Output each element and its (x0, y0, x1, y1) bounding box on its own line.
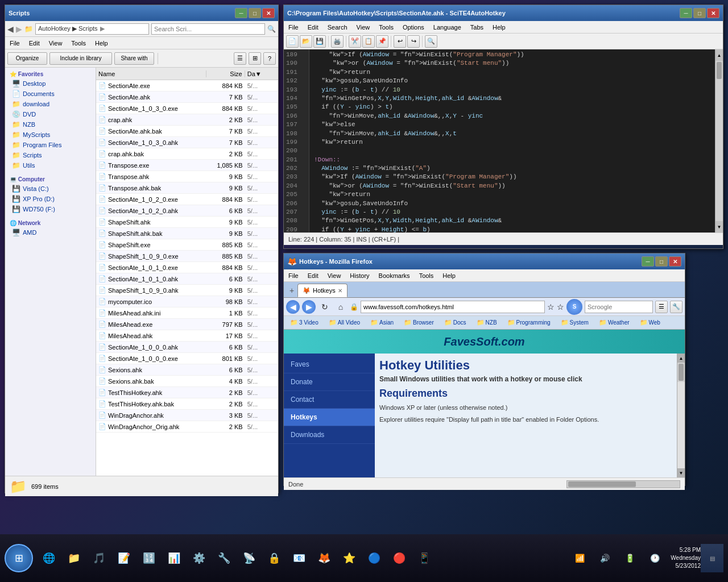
table-row[interactable]: 📄 crap.ahk.bak 2 KB 5/... (96, 148, 278, 160)
scite-copy[interactable]: 📋 (362, 35, 375, 48)
sidebar-item-amd[interactable]: 🖥️AMD (7, 227, 93, 238)
network-header[interactable]: 🌐 Network (7, 219, 93, 227)
search-input[interactable] (151, 23, 265, 35)
ff-menu-edit[interactable]: Edit (305, 271, 321, 280)
ff-menu-button[interactable]: ☰ (655, 301, 668, 313)
new-tab-button[interactable]: + (286, 284, 297, 297)
tray-volume-icon[interactable]: 🔊 (593, 547, 616, 569)
table-row[interactable]: 📄 SectionAte_1_0_3_0.ahk 7 KB 5/... (96, 137, 278, 148)
col-name[interactable]: Name (96, 70, 206, 77)
taskbar-icon-explorer[interactable]: 📁 (63, 547, 85, 569)
taskbar-icon-9[interactable]: 🦊 (313, 547, 336, 569)
table-row[interactable]: 📄 WinDragAnchor.ahk 3 KB 5/... (96, 410, 278, 421)
scite-menu-language[interactable]: Language (431, 23, 464, 32)
table-row[interactable]: 📄 TestThisHotkey.ahk 2 KB 5/... (96, 387, 278, 398)
sidebar-item-programfiles[interactable]: 📁Program Files (7, 140, 93, 150)
table-row[interactable]: 📄 Sexions.ahk 6 KB 5/... (96, 364, 278, 376)
scite-minimize-button[interactable]: ─ (680, 8, 692, 18)
scite-scrollbar-thumb[interactable] (717, 62, 722, 79)
menu-file[interactable]: File (7, 39, 22, 48)
view-details[interactable]: ⊞ (249, 52, 261, 65)
scite-menu-tabs[interactable]: Tabs (468, 23, 486, 32)
nav-downloads[interactable]: Downloads (284, 426, 375, 444)
menu-help[interactable]: Help (93, 39, 110, 48)
menu-view[interactable]: View (47, 39, 65, 48)
bookmark-nzb[interactable]: 📁 NZB (473, 317, 501, 328)
taskbar-icon-10[interactable]: ⭐ (338, 547, 361, 569)
table-row[interactable]: 📄 SectionAte_1_0_0_0.exe 801 KB 5/... (96, 353, 278, 364)
taskbar-icon-4[interactable]: ⚙️ (188, 547, 210, 569)
firefox-minimize-button[interactable]: ─ (642, 256, 654, 267)
url-input[interactable] (361, 301, 545, 313)
explorer-minimize-button[interactable]: ─ (235, 8, 247, 18)
scite-paste[interactable]: 📌 (376, 35, 388, 48)
sidebar-item-myscripts[interactable]: 📁MyScripts (7, 130, 93, 140)
table-row[interactable]: 📄 SectionAte_1_0_0_0.ahk 6 KB 5/... (96, 342, 278, 353)
table-row[interactable]: 📄 MilesAhead.exe 797 KB 5/... (96, 319, 278, 330)
bookmark-system[interactable]: 📁 System (557, 317, 593, 328)
table-row[interactable]: 📄 WinDragAnchor_Orig.ahk 2 KB 5/... (96, 421, 278, 433)
favorites-header[interactable]: ⭐ Favorites (7, 70, 93, 78)
nav-donate[interactable]: Donate (284, 373, 375, 391)
show-desktop-button[interactable]: ▤ (701, 544, 723, 572)
taskbar-time[interactable]: 5:28 PM Wednesday 5/23/2012 (671, 546, 701, 570)
scite-menu-search[interactable]: Search (325, 23, 350, 32)
taskbar-icon-13[interactable]: 📱 (413, 547, 436, 569)
bookmark-docs[interactable]: 📁 Docs (440, 317, 470, 328)
scite-maximize-button[interactable]: □ (693, 8, 706, 18)
tray-battery-icon[interactable]: 🔋 (618, 547, 641, 569)
scite-menu-options[interactable]: Options (400, 23, 427, 32)
table-row[interactable]: 📄 crap.ahk 2 KB 5/... (96, 114, 278, 126)
scite-cut[interactable]: ✂️ (349, 35, 361, 48)
explorer-nav-back[interactable]: ◀ (7, 24, 14, 34)
sidebar-item-utils[interactable]: 📁Utils (7, 160, 93, 171)
tab-hotkeys[interactable]: 🦊 Hotkeys ✕ (297, 284, 348, 297)
table-row[interactable]: 📄 mycomputer.ico 98 KB 5/... (96, 296, 278, 307)
sidebar-item-vista[interactable]: 💾Vista (C:) (7, 184, 93, 194)
star2-icon[interactable]: ☆ (557, 302, 564, 311)
scite-undo[interactable]: ↩ (394, 35, 406, 48)
start-button[interactable]: ⊞ (5, 544, 33, 572)
bookmark-asian[interactable]: 📁 Asian (366, 317, 398, 328)
sidebar-item-documents[interactable]: 📄Documents (7, 89, 93, 99)
taskbar-icon-8[interactable]: 📧 (288, 547, 311, 569)
ff-scrollbar[interactable]: ▲ ▼ (677, 354, 685, 477)
explorer-maximize-button[interactable]: □ (249, 8, 261, 18)
bookmark-web[interactable]: 📁 Web (636, 317, 664, 328)
table-row[interactable]: 📄 Sexions.ahk.bak 4 KB 5/... (96, 376, 278, 387)
ff-menu-view[interactable]: View (325, 271, 344, 280)
ff-refresh-button[interactable]: ↻ (318, 300, 332, 314)
ff-extra-button[interactable]: 🔧 (670, 301, 682, 313)
table-row[interactable]: 📄 ShapeShift_1_0_9_0.exe 885 KB 5/... (96, 251, 278, 262)
table-row[interactable]: 📄 SectionAte_1_0_2_0.exe 884 KB 5/... (96, 194, 278, 205)
table-row[interactable]: 📄 Transpose.ahk.bak 9 KB 5/... (96, 182, 278, 194)
explorer-close-button[interactable]: ✕ (262, 8, 275, 18)
computer-header[interactable]: 💻 Computer (7, 175, 93, 184)
scite-print[interactable]: 🖨️ (331, 35, 344, 48)
sidebar-item-wd750[interactable]: 💾WD750 (F:) (7, 204, 93, 214)
table-row[interactable]: 📄 MilesAhead.ahk 17 KB 5/... (96, 330, 278, 342)
ff-menu-history[interactable]: History (348, 271, 371, 280)
taskbar-icon-3[interactable]: 📊 (163, 547, 185, 569)
taskbar-icon-ie[interactable]: 🌐 (38, 547, 60, 569)
ff-home-button[interactable]: ⌂ (334, 300, 348, 314)
ff-scrollbar-thumb[interactable] (679, 364, 684, 381)
ff-back-button[interactable]: ◀ (286, 300, 300, 314)
sidebar-item-scripts[interactable]: 📁Scripts (7, 150, 93, 160)
scite-menu-tools[interactable]: Tools (377, 23, 396, 32)
scite-scrollbar[interactable]: ▲ ▼ (715, 49, 723, 232)
scite-open[interactable]: 📂 (300, 35, 312, 48)
table-row[interactable]: 📄 ShapeShift.ahk 9 KB 5/... (96, 217, 278, 228)
table-row[interactable]: 📄 SectionAte_1_0_1_0.exe 884 KB 5/... (96, 262, 278, 273)
nav-faves[interactable]: Faves (284, 356, 375, 373)
scite-redo[interactable]: ↪ (407, 35, 420, 48)
sidebar-item-desktop[interactable]: 🖥️Desktop (7, 78, 93, 89)
col-size[interactable]: Size (206, 70, 245, 77)
taskbar-icon-word[interactable]: 📝 (113, 547, 135, 569)
scite-find[interactable]: 🔍 (425, 35, 437, 48)
share-button[interactable]: Share with (114, 52, 154, 65)
ff-menu-file[interactable]: File (286, 271, 301, 280)
taskbar-icon-media[interactable]: 🎵 (88, 547, 110, 569)
scite-close-button[interactable]: ✕ (707, 8, 719, 18)
explorer-nav-forward[interactable]: ▶ (16, 24, 22, 34)
